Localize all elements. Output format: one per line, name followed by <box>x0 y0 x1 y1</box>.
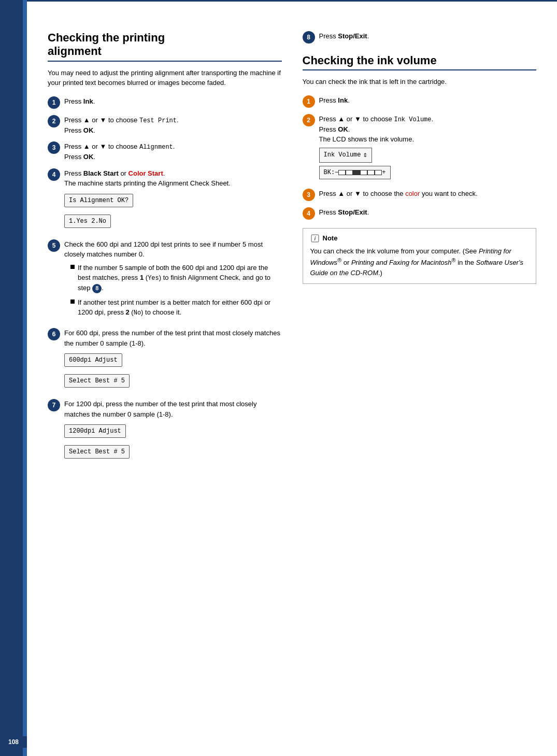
step-number-8: 8 <box>303 31 315 44</box>
right-step-number-3: 3 <box>303 189 315 201</box>
step-1-content: Press Ink. <box>64 96 282 107</box>
right-step-2-ok: OK <box>338 125 348 133</box>
step-4-lcd2-display: 1.Yes 2.No <box>64 212 282 230</box>
page-content: Checking the printing alignment You may … <box>27 0 557 756</box>
step-7: 7 For 1200 dpi, press the number of the … <box>48 399 282 464</box>
right-section-divider <box>303 69 537 70</box>
step-6-lcd2: Select Best # 5 <box>64 374 130 388</box>
right-step-3-content: Press ▲ or ▼ to choose the color you wan… <box>319 189 537 199</box>
left-sidebar <box>0 0 27 756</box>
page-number: 108 <box>0 736 27 748</box>
note-title: Note <box>323 234 338 242</box>
right-section-intro: You can check the ink that is left in th… <box>303 77 537 87</box>
left-column: Checking the printing alignment You may … <box>48 31 282 470</box>
right-step-2: 2 Press ▲ or ▼ to choose Ink Volume. Pre… <box>303 114 537 182</box>
step-8: 8 Press Stop/Exit. <box>303 31 537 44</box>
note-italic-2: Printing and Faxing for Macintosh <box>351 259 452 267</box>
right-step-3-color: color <box>405 190 420 197</box>
svg-text:i: i <box>314 236 316 241</box>
top-line <box>27 0 557 2</box>
step-number-1: 1 <box>48 96 60 109</box>
note-header: i Note <box>310 234 529 243</box>
right-step-number-1: 1 <box>303 95 315 108</box>
step-3-mono: Alignment <box>139 144 173 151</box>
step-5-bullets: If the number 5 sample of both the 600 d… <box>70 263 282 318</box>
right-step-2-lcd2: BK:−+ <box>319 166 391 179</box>
step-5-b2-1: 2 <box>126 308 130 316</box>
right-step-4-bold: Stop/Exit <box>338 208 367 216</box>
step-7-lcd2-display: Select Best # 5 <box>64 443 282 461</box>
right-step-4-content: Press Stop/Exit. <box>319 207 537 218</box>
bar-seg-6 <box>375 170 382 175</box>
left-section-divider <box>48 61 282 62</box>
right-column: 8 Press Stop/Exit. Checking the ink volu… <box>303 31 537 470</box>
page-container: Checking the printing alignment You may … <box>0 0 557 756</box>
step-6-lcd2-display: Select Best # 5 <box>64 372 282 390</box>
step-3-ok: OK <box>83 153 94 161</box>
step-1: 1 Press Ink. <box>48 96 282 109</box>
step-4-lcd1: Is Alignment OK? <box>64 194 133 207</box>
right-step-3: 3 Press ▲ or ▼ to choose the color you w… <box>303 189 537 201</box>
bar-seg-3 <box>353 170 360 175</box>
step-number-4: 4 <box>48 168 60 181</box>
right-step-1: 1 Press Ink. <box>303 95 537 108</box>
right-section-title: Checking the ink volume <box>303 54 537 67</box>
left-section-intro: You may need to adjust the printing alig… <box>48 68 282 88</box>
step-6: 6 For 600 dpi, press the number of the t… <box>48 328 282 393</box>
step-7-lcd2: Select Best # 5 <box>64 445 130 459</box>
note-super-2: ® <box>452 257 456 263</box>
step-7-content: For 1200 dpi, press the number of the te… <box>64 399 282 464</box>
step-5-bullet-1-text: If the number 5 sample of both the 600 d… <box>78 263 282 293</box>
step-5-mono-no: No <box>134 309 141 317</box>
step-4-content: Press Black Start or Color Start. The ma… <box>64 168 282 233</box>
ink-volume-arrow: ⇕ <box>363 150 367 161</box>
step-5-step-ref: 8 <box>92 284 102 293</box>
step-3-content: Press ▲ or ▼ to choose Alignment. Press … <box>64 141 282 162</box>
sidebar-accent <box>23 0 27 756</box>
right-step-number-2: 2 <box>303 114 315 126</box>
bar-seg-1 <box>338 170 346 175</box>
note-box: i Note You can check the ink volume from… <box>303 228 537 284</box>
bullet-square-2 <box>70 299 75 304</box>
right-step-1-bold: Ink <box>338 96 348 104</box>
ink-volume-label: Ink Volume <box>324 150 361 160</box>
step-5-bullet-2: If another test print number is a better… <box>70 297 282 318</box>
two-column-layout: Checking the printing alignment You may … <box>48 31 536 470</box>
step-7-lcd1-display: 1200dpi Adjust <box>64 422 282 440</box>
step-2-content: Press ▲ or ▼ to choose Test Print. Press… <box>64 115 282 136</box>
note-icon: i <box>310 234 320 243</box>
right-step-2-mono: Ink Volume <box>394 116 431 123</box>
step-4-color-start: Color Start <box>128 169 163 177</box>
note-text: You can check the ink volume from your c… <box>310 246 529 278</box>
step-4-lcd1-display: Is Alignment OK? <box>64 192 282 209</box>
step-number-7: 7 <box>48 399 60 411</box>
right-step-2-lcd1: Ink Volume ⇕ <box>319 148 372 163</box>
right-step-2-lcd2-display: BK:−+ <box>319 166 537 179</box>
bullet-square-1 <box>70 265 75 269</box>
right-step-4: 4 Press Stop/Exit. <box>303 207 537 220</box>
step-5: 5 Check the 600 dpi and 1200 dpi test pr… <box>48 239 282 322</box>
step-4-black-start: Black Start <box>83 169 119 177</box>
step-1-bold: Ink <box>83 97 93 105</box>
step-5-content: Check the 600 dpi and 1200 dpi test prin… <box>64 239 282 322</box>
step-6-lcd1: 600dpi Adjust <box>64 353 122 367</box>
step-4-lcd2: 1.Yes 2.No <box>64 215 111 228</box>
bar-seg-4 <box>360 170 367 175</box>
step-2: 2 Press ▲ or ▼ to choose Test Print. Pre… <box>48 115 282 136</box>
right-step-2-content: Press ▲ or ▼ to choose Ink Volume. Press… <box>319 114 537 182</box>
step-4: 4 Press Black Start or Color Start. The … <box>48 168 282 233</box>
bar-seg-5 <box>367 170 375 175</box>
step-5-bullet-1: If the number 5 sample of both the 600 d… <box>70 263 282 293</box>
left-section-title: Checking the printing alignment <box>48 31 282 59</box>
step-5-mono-yes: Yes <box>148 275 159 282</box>
right-step-1-content: Press Ink. <box>319 95 537 106</box>
step-2-ok: OK <box>83 126 94 134</box>
step-number-2: 2 <box>48 115 60 127</box>
step-5-b1-1: 1 <box>140 274 144 281</box>
bar-seg-2 <box>346 170 353 175</box>
step-8-content: Press Stop/Exit. <box>319 31 537 41</box>
step-6-content: For 600 dpi, press the number of the tes… <box>64 328 282 393</box>
note-super-1: ® <box>337 257 341 263</box>
step-7-lcd1: 1200dpi Adjust <box>64 424 126 438</box>
step-2-mono: Test Print <box>139 117 177 124</box>
